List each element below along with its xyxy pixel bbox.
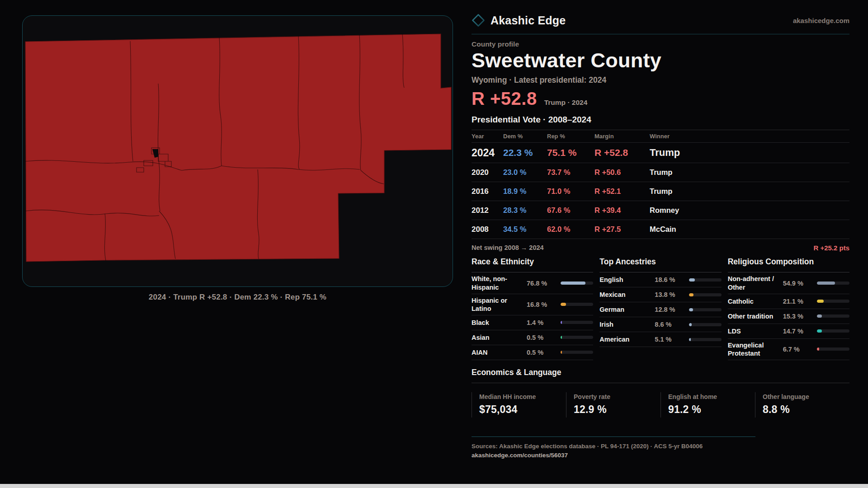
section-title: Religious Composition <box>728 257 849 272</box>
vote-margin: R +52.8 <box>594 147 650 158</box>
demo-columns: Race & EthnicityWhite, non-Hispanic76.8 … <box>472 257 849 360</box>
bar-fill <box>689 293 693 296</box>
demo-value: 14.7 % <box>781 328 816 335</box>
bar-track <box>689 308 722 311</box>
demo-label: Other tradition <box>728 312 781 320</box>
col-year: Year <box>472 133 503 140</box>
economics-stats: Median HH income$75,034Poverty rate12.9 … <box>472 392 849 418</box>
brand-domain-link[interactable]: akashicedge.com <box>793 17 849 24</box>
bar-fill <box>817 347 819 351</box>
headline-margin: R +52.8 Trump · 2024 <box>472 89 849 109</box>
county-shape <box>25 34 451 262</box>
demo-label: White, non-Hispanic <box>472 275 525 291</box>
bar-fill <box>561 336 562 339</box>
demo-label: Hispanic or Latino <box>472 296 525 313</box>
brand-name: Akashic Edge <box>491 14 566 27</box>
vote-rep: 71.0 % <box>547 187 594 196</box>
demo-row-evangelical-protestant: Evangelical Protestant6.7 % <box>728 339 849 360</box>
vote-dem: 28.3 % <box>503 206 547 215</box>
demo-row-irish: Irish8.6 % <box>599 317 721 332</box>
vote-winner: Trump <box>650 187 849 196</box>
bar-track <box>689 278 722 282</box>
demo-row-catholic: Catholic21.1 % <box>728 294 849 309</box>
demo-label: German <box>599 305 653 314</box>
demo-row-hispanic-or-latino: Hispanic or Latino16.8 % <box>472 294 593 315</box>
bar-fill <box>689 308 693 311</box>
demo-label: Non-adherent / Other <box>728 275 781 291</box>
demo-row-non-adherent-other: Non-adherent / Other54.9 % <box>728 272 849 294</box>
demo-row-german: German12.8 % <box>599 302 721 317</box>
col-dem: Dem % <box>503 133 547 140</box>
vote-table-header: Year Dem % Rep % Margin Winner <box>472 130 849 143</box>
stat-label: English at home <box>668 393 755 400</box>
vote-row-2016: 201618.9 %71.0 %R +52.1Trump <box>472 182 849 201</box>
demo-row-black: Black1.4 % <box>472 315 593 330</box>
col-margin: Margin <box>594 133 650 140</box>
vote-rep: 75.1 % <box>547 147 594 158</box>
vote-margin: R +27.5 <box>594 225 650 234</box>
demo-row-mexican: Mexican13.8 % <box>599 287 721 302</box>
vote-table-rows: 202422.3 %75.1 %R +52.8Trump202023.0 %73… <box>472 143 849 239</box>
bar-fill <box>561 303 566 306</box>
demo-label: Catholic <box>728 297 781 305</box>
net-swing-row: Net swing 2008 → 2024 R +25.2 pts <box>472 239 849 256</box>
vote-dem: 34.5 % <box>503 225 547 234</box>
stat-median-hh-income: Median HH income$75,034 <box>472 392 566 418</box>
bar-fill <box>817 282 835 285</box>
demo-value: 15.3 % <box>781 313 816 320</box>
vote-rep: 73.7 % <box>547 168 594 177</box>
demo-label: Irish <box>599 320 653 328</box>
bar-track <box>689 338 722 341</box>
bar-track <box>817 347 849 351</box>
demo-label: Evangelical Protestant <box>728 341 781 357</box>
vote-table-title: Presidential Vote · 2008–2024 <box>472 115 849 125</box>
bar-fill <box>561 321 562 324</box>
vote-dem: 18.9 % <box>503 187 547 196</box>
stat-poverty-rate: Poverty rate12.9 % <box>566 392 660 418</box>
vote-year: 2020 <box>472 168 503 177</box>
demo-label: American <box>599 335 653 343</box>
stat-english-at-home: English at home91.2 % <box>660 392 755 418</box>
bar-track <box>561 336 593 339</box>
permalink[interactable]: akashicedge.com/counties/56037 <box>472 452 849 459</box>
county-map <box>23 16 453 287</box>
col-rep: Rep % <box>547 133 594 140</box>
demo-value: 0.5 % <box>525 334 560 341</box>
footer-divider <box>472 436 755 437</box>
demo-value: 13.8 % <box>653 291 688 298</box>
col-winner: Winner <box>650 133 849 140</box>
economics-title: Economics & Language <box>472 368 849 383</box>
demo-label: English <box>599 276 653 284</box>
stat-other-language: Other language8.8 % <box>755 392 849 418</box>
bar-track <box>689 293 722 296</box>
vote-row-2012: 201228.3 %67.6 %R +39.4Romney <box>472 201 849 220</box>
bar-fill <box>689 338 691 341</box>
net-swing-value: R +25.2 pts <box>813 244 849 252</box>
demo-section-religious-composition: Religious CompositionNon-adherent / Othe… <box>728 257 849 360</box>
vote-row-2024: 202422.3 %75.1 %R +52.8Trump <box>472 143 849 163</box>
stat-value: $75,034 <box>479 404 566 416</box>
vote-dem: 22.3 % <box>503 147 547 158</box>
bar-fill <box>561 351 562 354</box>
vote-winner: McCain <box>650 225 849 234</box>
vote-dem: 23.0 % <box>503 168 547 177</box>
county-subtitle: Wyoming · Latest presidential: 2024 <box>472 75 849 85</box>
bar-track <box>689 323 722 326</box>
demo-row-aian: AIAN0.5 % <box>472 345 593 360</box>
demo-value: 54.9 % <box>781 280 816 287</box>
demo-section-race-ethnicity: Race & EthnicityWhite, non-Hispanic76.8 … <box>472 257 593 360</box>
demo-value: 76.8 % <box>525 280 560 287</box>
vote-year: 2016 <box>472 187 503 196</box>
vote-margin: R +52.1 <box>594 187 650 196</box>
demo-row-lds: LDS14.7 % <box>728 324 849 339</box>
bar-track <box>561 303 593 306</box>
bar-track <box>817 282 849 285</box>
vote-row-2020: 202023.0 %73.7 %R +50.6Trump <box>472 163 849 182</box>
bar-track <box>817 300 849 303</box>
section-title: Race & Ethnicity <box>472 257 593 272</box>
demo-value: 8.6 % <box>653 321 688 328</box>
vote-winner: Romney <box>650 206 849 215</box>
vote-margin: R +50.6 <box>594 168 650 177</box>
bar-fill <box>817 314 822 318</box>
demo-row-english: English18.6 % <box>599 272 721 287</box>
